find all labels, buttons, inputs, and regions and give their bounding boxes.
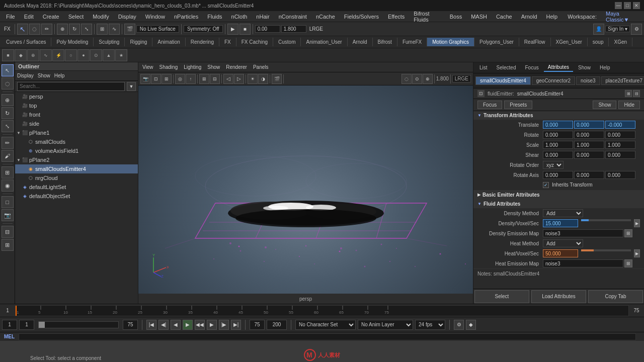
vp-tb-frame-sel[interactable]: ⊕ (423, 74, 433, 84)
outliner-filter-btn[interactable]: ▼ (127, 82, 136, 91)
menu-ncloth[interactable]: nCloth (227, 13, 252, 21)
density-method-select[interactable]: Add Replace (543, 209, 583, 217)
vp-tb-normals[interactable]: ↑ (186, 74, 196, 84)
menu-edit[interactable]: Edit (20, 13, 38, 21)
attr-node-tab-place2d[interactable]: place2dTexture7 (601, 76, 644, 85)
attr-tab-list[interactable]: List (475, 64, 492, 71)
snap-grid-tool[interactable]: ⊞ (2, 166, 14, 178)
shelf-tab-rigging[interactable]: Rigging (125, 38, 152, 46)
outliner-menu-show[interactable]: Show (38, 73, 50, 78)
rotate-x[interactable] (543, 131, 573, 139)
menu-create[interactable]: Create (39, 13, 63, 21)
command-input[interactable] (19, 333, 636, 340)
rotate-axis-y[interactable] (574, 171, 604, 179)
character-set-select[interactable]: No Character Set (295, 320, 356, 330)
vp-menu-shading[interactable]: Shading (157, 64, 180, 70)
attr-resize-btn[interactable]: ⊞ (625, 90, 632, 97)
vp-tb-smooth[interactable]: ⊞ (162, 74, 172, 84)
density-voxel-slider[interactable] (581, 219, 631, 221)
fps-select[interactable]: 24 fps 30 fps (415, 320, 445, 330)
attr-tab-attributes[interactable]: Attributes (544, 63, 573, 72)
rotate-axis-x[interactable] (543, 171, 573, 179)
menu-cache[interactable]: Cache (492, 13, 516, 21)
vp-menu-renderer[interactable]: Renderer (224, 64, 249, 70)
density-emission-map-input[interactable] (543, 229, 623, 237)
load-attributes-button[interactable]: Load Attributes (531, 290, 586, 303)
maximize-button[interactable]: □ (624, 2, 631, 9)
range-end-input[interactable] (250, 320, 265, 330)
shelf-icon-8[interactable]: ⊙ (90, 49, 102, 61)
live-surface[interactable]: No Live Surface (136, 25, 179, 33)
outliner-item-front[interactable]: 🎥 front (15, 110, 138, 119)
range-max-input[interactable] (267, 320, 287, 330)
menu-effects[interactable]: Effects (384, 13, 409, 21)
heat-emission-map-input[interactable] (543, 259, 623, 267)
attr-node-tab-emitter[interactable]: smallCloudsEmitter4 (475, 76, 531, 85)
menu-select[interactable]: Select (64, 13, 88, 21)
heat-voxel-max-btn[interactable]: ▶ (634, 249, 640, 257)
scale-y[interactable] (574, 141, 604, 149)
show-render[interactable]: □ (2, 196, 14, 208)
vp-menu-show[interactable]: Show (205, 64, 222, 70)
snap-grid-btn[interactable]: ⊞ (97, 24, 108, 35)
shelf-icon-7[interactable]: ● (77, 49, 90, 61)
menu-display[interactable]: Display (114, 13, 140, 21)
shelf-tab-fx[interactable]: FX (219, 38, 236, 46)
attr-tab-help[interactable]: Help (596, 64, 614, 71)
anim-layer-select[interactable]: No Anim Layer (358, 320, 413, 330)
menu-boss[interactable]: Boss (446, 13, 466, 21)
vp-tb-render[interactable]: 🎬 (272, 74, 282, 84)
outliner-item-top[interactable]: 🎥 top (15, 101, 138, 110)
copy-tab-button[interactable]: Copy Tab (588, 290, 643, 303)
timeline-track[interactable]: 1 5 10 15 20 25 30 35 40 45 50 (15, 305, 629, 316)
outliner-item-persp[interactable]: 🎥 persp (15, 92, 138, 101)
rotate-axis-z[interactable] (605, 171, 635, 179)
vp-menu-panels[interactable]: Panels (251, 64, 271, 70)
shelf-icon-1[interactable]: ■ (2, 49, 14, 61)
heat-voxel-slider[interactable] (581, 249, 631, 251)
transform-btn[interactable]: ⊕ (57, 24, 68, 35)
shelf-tab-fxcaching[interactable]: FX Caching (236, 38, 273, 46)
shelf-tab-rendering[interactable]: Rendering (186, 38, 219, 46)
heat-emission-map-btn[interactable]: ⊞ (624, 259, 632, 267)
show-button[interactable]: Show (593, 101, 616, 109)
shelf-icon-9[interactable]: ▲ (103, 49, 115, 61)
outliner-item-defaultlightset[interactable]: ◈ defaultLightSet (15, 183, 138, 192)
shelf-tab-custom[interactable]: Custom (273, 38, 301, 46)
settings-icon[interactable]: ⚙ (631, 24, 642, 35)
skip-end-btn[interactable]: ▶| (231, 320, 241, 330)
shelf-tab-animuser[interactable]: Animation_User (301, 38, 347, 46)
density-voxel-input[interactable] (543, 219, 578, 227)
density-emission-map-btn[interactable]: ⊞ (624, 229, 632, 237)
scale-btn[interactable]: ⤡ (81, 24, 92, 35)
menu-ncache[interactable]: nCache (312, 13, 339, 21)
playback-options-btn[interactable]: ⚙ (454, 320, 464, 330)
shelf-tab-realflow[interactable]: RealFlow (519, 38, 551, 46)
vp-tb-xray[interactable]: ◎ (175, 74, 185, 84)
rotate-order-select[interactable]: xyz yzx zxy (543, 161, 564, 169)
play-reverse-btn[interactable]: ◀◀ (195, 320, 205, 330)
vp-tb-wireframe[interactable]: ⊡ (151, 74, 161, 84)
outliner-item-defaultobjectset[interactable]: ◈ defaultObjectSet (15, 192, 138, 201)
frame-current-input[interactable] (19, 320, 34, 330)
vp-menu-lighting[interactable]: Lighting (182, 64, 203, 70)
shelf-tab-polygonsuser[interactable]: Polygons_User (474, 38, 519, 46)
shelf-tab-poly[interactable]: Poly Modeling (51, 38, 94, 46)
attr-expand-btn[interactable]: ⊡ (477, 90, 485, 97)
vp-tb-light[interactable]: ☀ (248, 74, 258, 84)
attr-resize-btn2[interactable]: ⊟ (633, 90, 640, 97)
frame-val[interactable]: 0.00 (255, 25, 280, 33)
vp-tb-shadow[interactable]: ◑ (258, 74, 268, 84)
scale-tool[interactable]: ⤡ (2, 120, 14, 132)
layout-options[interactable]: ⊞ (2, 239, 14, 251)
basic-emitter-section-header[interactable]: ▶ Basic Emitter Attributes (473, 191, 644, 199)
prev-frame-btn[interactable]: ◀ (171, 320, 181, 330)
prev-key-btn[interactable]: ◀| (158, 320, 169, 330)
menu-window[interactable]: Window (141, 13, 169, 21)
fluid-section-header[interactable]: ▼ Fluid Attributes (473, 200, 644, 208)
vp-tb-frame-all[interactable]: ⊙ (412, 74, 422, 84)
workspace-select[interactable]: Maya Classic▼ (602, 10, 642, 24)
shelf-tab-curves[interactable]: Curves / Surfaces (1, 38, 51, 46)
outliner-item-pplane2[interactable]: ▼ ⬛ pPlane2 (15, 155, 138, 164)
scale-z[interactable] (605, 141, 635, 149)
